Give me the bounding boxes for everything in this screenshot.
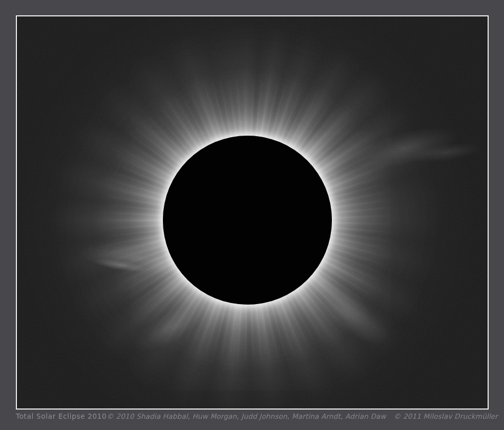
caption-bar: Total Solar Eclipse 2010 © 2010 Shadia H…	[16, 412, 489, 420]
moon-disc	[163, 136, 332, 305]
eclipse-photograph	[16, 15, 489, 410]
page-background: Total Solar Eclipse 2010 © 2010 Shadia H…	[0, 0, 504, 430]
caption-credit-2010: © 2010 Shadia Habbal, Huw Morgan, Judd J…	[107, 412, 386, 420]
caption-title: Total Solar Eclipse 2010	[16, 412, 107, 420]
caption-credits: © 2010 Shadia Habbal, Huw Morgan, Judd J…	[107, 412, 498, 420]
caption-credit-2011: © 2011 Miloslav Druckmüller	[394, 412, 498, 420]
